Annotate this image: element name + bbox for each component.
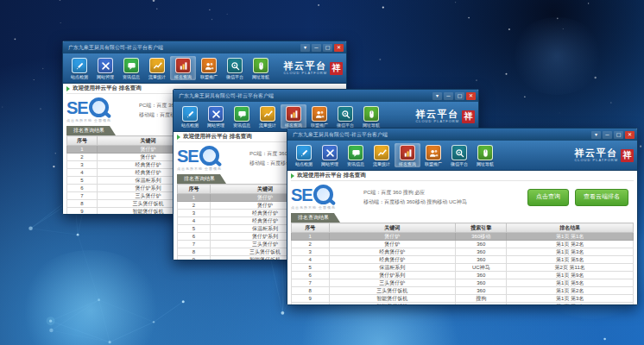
minimize-button[interactable]: ─: [603, 131, 612, 139]
toolbar-item-3[interactable]: 流量统计: [369, 143, 395, 167]
table-row[interactable]: 7三头煲仔炉360第1页 第5名: [292, 279, 634, 287]
toolbar-item-2[interactable]: 资讯信息: [343, 143, 369, 167]
maximize-button[interactable]: ▢: [455, 92, 464, 100]
table-row[interactable]: 1煲仔炉360移动第1页 第1名: [292, 233, 634, 241]
row-index: 1: [67, 146, 98, 154]
row-index: 7: [67, 192, 98, 200]
minimize-button[interactable]: ─: [444, 92, 453, 100]
table-row[interactable]: 5保温柜系列UC神马第2页 第11名: [292, 264, 634, 272]
toolbar-item-1[interactable]: 网站管理: [317, 143, 343, 167]
close-button[interactable]: ✕: [625, 131, 635, 139]
column-header[interactable]: 搜索引擎: [456, 223, 507, 233]
toolbar-item-0[interactable]: 站点检测: [66, 56, 92, 80]
window-title: 广东九象王厨具有限公司-祥云平台客户端: [68, 44, 300, 52]
toolbar-item-6[interactable]: 微信平台: [332, 104, 358, 129]
query-button[interactable]: 点击查询: [527, 189, 569, 206]
tab-ranking-results[interactable]: 排名查询结果: [291, 213, 340, 223]
close-button[interactable]: ✕: [334, 44, 344, 52]
toolbar-item-0[interactable]: 站点检测: [291, 143, 317, 167]
toolbar-items: 站点检测网站管理资讯信息流量统计排名查询联盟推广微信平台网址导航: [291, 141, 571, 170]
window-title: 广东九象王厨具有限公司-祥云平台客户端: [179, 92, 432, 100]
maximize-button[interactable]: ▢: [323, 44, 332, 52]
row-index: 1: [178, 194, 211, 202]
ranking-chart-icon: [175, 58, 191, 73]
toolbar-items: 站点检测网站管理资讯信息流量统计排名查询联盟推广微信平台网址导航: [177, 102, 412, 131]
toolbar-item-7[interactable]: 网址导航: [472, 143, 498, 167]
toolbar-item-0[interactable]: 站点检测: [177, 104, 203, 129]
tab-ranking-results[interactable]: 排名查询结果: [66, 126, 116, 135]
column-header[interactable]: 序号: [67, 136, 98, 146]
row-index: 9: [67, 208, 98, 215]
traffic-chart-icon: [260, 106, 275, 122]
toolbar-item-4[interactable]: 排名查询: [281, 104, 306, 129]
table-row[interactable]: 3经典煲仔炉360第1页 第3名: [292, 248, 634, 256]
toolbar-item-6[interactable]: 微信平台: [446, 143, 472, 167]
main-toolbar: 站点检测网站管理资讯信息流量统计排名查询联盟推广微信平台网址导航 祥云平台 CL…: [63, 53, 346, 84]
toolbar-item-4[interactable]: 排名查询: [170, 56, 196, 80]
toolbar-item-1[interactable]: 网站管理: [92, 56, 118, 80]
toolbar-item-2[interactable]: 资讯信息: [118, 56, 144, 80]
window-controls: ▾ ─ ▢ ✕: [591, 131, 635, 139]
window-controls: ▾ ─ ▢ ✕: [300, 44, 344, 52]
rank-result-cell: 第1页 第3名: [507, 295, 634, 303]
toolbar-item-4[interactable]: 排名查询: [395, 143, 420, 167]
toolbar-item-7[interactable]: 网址导航: [358, 104, 384, 129]
toolbar-item-label: 微信平台: [451, 161, 468, 166]
row-index: 2: [67, 154, 98, 161]
table-row[interactable]: 4经典煲仔炉360第1页 第5名: [292, 256, 634, 264]
tab-row: 排名查询结果: [291, 213, 634, 223]
toolbar-item-5[interactable]: 联盟推广: [420, 143, 446, 167]
view-cloud-ranking-button[interactable]: 查看云端排名: [575, 189, 628, 206]
table-row[interactable]: 9智能煲仔饭机搜狗第1页 第3名: [292, 295, 634, 303]
skin-button[interactable]: ▾: [591, 131, 601, 139]
toolbar-item-5[interactable]: 联盟推广: [306, 104, 332, 129]
site-check-icon: [72, 58, 87, 73]
minimize-button[interactable]: ─: [312, 44, 321, 52]
row-index: 6: [67, 185, 98, 192]
toolbar-item-label: 联盟推广: [425, 161, 442, 166]
toolbar-item-3[interactable]: 流量统计: [144, 56, 170, 80]
ranking-chart-icon: [286, 106, 301, 122]
column-header[interactable]: 排名结果: [507, 223, 634, 233]
toolbar-item-1[interactable]: 网站管理: [203, 104, 229, 129]
table-row[interactable]: 8三头煲仔饭机360第1页 第2名: [292, 287, 634, 295]
brand-name: 祥云平台: [283, 61, 327, 71]
seo-slogan: 点击无所不能 全面领先: [177, 166, 243, 171]
table-row[interactable]: 6煲仔炉系列360第1页 第9名: [292, 272, 634, 279]
breadcrumb-text: 欢迎使用祥云平台 排名查询: [297, 172, 366, 179]
toolbar-item-3[interactable]: 流量统计: [255, 104, 281, 129]
rank-result-cell: 第2页 第11名: [507, 264, 634, 272]
table-row[interactable]: 2煲仔炉360第1页 第2名: [292, 241, 634, 248]
brand-badge-icon: 祥: [462, 110, 475, 123]
search-engine-cell: 360: [456, 248, 507, 256]
rank-result-cell: 第1页 第3名: [507, 248, 634, 256]
magnifier-icon: [313, 185, 333, 204]
toolbar-item-label: 站点检测: [295, 161, 313, 166]
toolbar-item-7[interactable]: 网址导航: [248, 56, 274, 80]
keyword-cell: 智能煲仔饭机: [329, 303, 456, 305]
toolbar-item-2[interactable]: 资讯信息: [229, 104, 255, 129]
breadcrumb-text: 欢迎使用祥云平台 排名查询: [183, 133, 252, 141]
brand-subtitle: CLOUD PLATFORM: [283, 71, 327, 75]
close-button[interactable]: ✕: [466, 92, 476, 100]
toolbar-item-6[interactable]: 微信平台: [222, 56, 248, 80]
row-index: 3: [292, 248, 330, 256]
nav-mouse-icon: [477, 145, 493, 160]
toolbar-item-5[interactable]: 联盟推广: [196, 56, 222, 80]
column-header[interactable]: 关键词: [329, 223, 456, 233]
maximize-button[interactable]: ▢: [614, 131, 623, 139]
column-header[interactable]: 序号: [178, 185, 211, 194]
toolbar-item-label: 资讯信息: [233, 122, 250, 128]
seo-slogan: 点击无所不能 全面领先: [291, 205, 357, 210]
keyword-cell: 保温柜系列: [329, 264, 456, 272]
row-index: 5: [178, 225, 211, 233]
seo-logo-text: SE: [66, 99, 88, 116]
skin-button[interactable]: ▾: [432, 92, 442, 100]
column-header[interactable]: 序号: [292, 223, 330, 233]
skin-button[interactable]: ▾: [300, 44, 310, 52]
site-manage-icon: [208, 106, 224, 122]
tab-ranking-results[interactable]: 排名查询结果: [177, 174, 226, 184]
rank-result-cell: 第1页 第9名: [507, 272, 634, 279]
table-row[interactable]: 10智能煲仔饭机360第1页 第5名: [292, 303, 634, 305]
magnifier-icon: [89, 97, 109, 117]
